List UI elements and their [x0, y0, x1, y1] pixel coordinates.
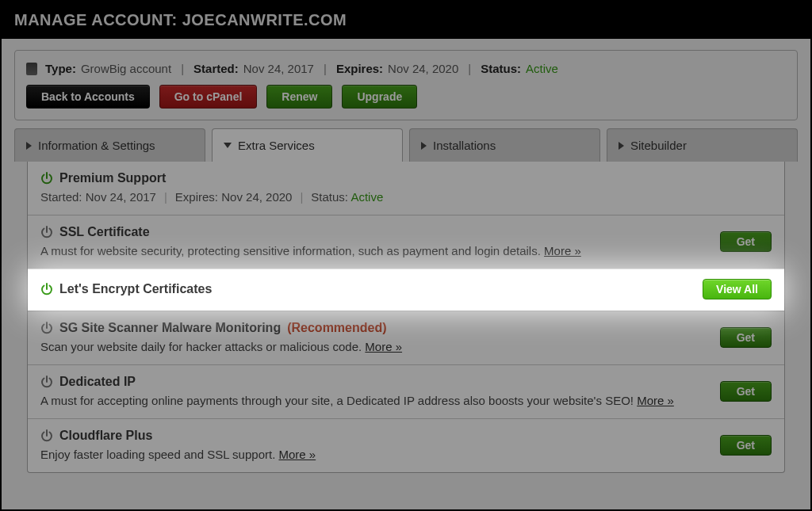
service-desc-text: A must for website security, protecting … — [40, 244, 541, 257]
go-to-cpanel-button[interactable]: Go to cPanel — [159, 85, 258, 109]
account-buttons-row: Back to Accounts Go to cPanel Renew Upgr… — [26, 85, 786, 109]
chevron-right-icon — [421, 142, 427, 150]
service-title-text: Dedicated IP — [59, 375, 136, 389]
recommended-badge: (Recommended) — [287, 321, 386, 335]
upgrade-button[interactable]: Upgrade — [342, 85, 417, 109]
status-label: Status: — [481, 62, 521, 75]
started-label: Started: — [193, 62, 239, 75]
started-value: Nov 24, 2017 — [243, 62, 314, 75]
tab-label: Installations — [433, 139, 496, 152]
tab-information-settings[interactable]: Information & Settings — [14, 128, 205, 162]
separator: | — [300, 190, 303, 204]
server-icon — [26, 63, 37, 75]
power-icon — [40, 376, 53, 388]
tab-label: Extra Services — [238, 139, 315, 152]
service-sg-site-scanner: SG Site Scanner Malware Monitoring (Reco… — [28, 311, 784, 364]
status-label: Status: — [311, 190, 348, 204]
separator: | — [468, 62, 471, 75]
service-title-text: Cloudflare Plus — [59, 429, 152, 443]
chevron-right-icon — [619, 142, 624, 150]
service-desc-text: Scan your website daily for hacker attac… — [40, 340, 362, 353]
back-to-accounts-button[interactable]: Back to Accounts — [26, 85, 150, 109]
tab-sitebuilder[interactable]: Sitebuilder — [607, 128, 798, 162]
service-title-text: SSL Certificate — [59, 225, 150, 239]
power-icon — [40, 429, 53, 442]
power-icon — [40, 172, 53, 185]
tabs: Information & Settings Extra Services In… — [14, 128, 798, 162]
expires-value: Nov 24, 2020 — [388, 62, 458, 75]
separator: | — [164, 190, 167, 204]
get-button[interactable]: Get — [720, 327, 772, 348]
get-button[interactable]: Get — [720, 381, 772, 402]
page-title: MANAGE ACCOUNT: JOECANWRITE.COM — [2, 2, 810, 39]
renew-button[interactable]: Renew — [266, 85, 332, 109]
get-button[interactable]: Get — [720, 231, 772, 252]
service-dedicated-ip: Dedicated IP A must for accepting online… — [28, 364, 784, 418]
view-all-button[interactable]: View All — [703, 279, 772, 299]
tab-extra-services[interactable]: Extra Services — [212, 128, 403, 162]
service-desc-text: Enjoy faster loading speed and SSL suppo… — [40, 448, 275, 461]
service-lets-encrypt: Let's Encrypt Certificates View All — [28, 269, 784, 311]
expires-label: Expires: — [175, 190, 218, 204]
tab-installations[interactable]: Installations — [409, 128, 600, 162]
separator: | — [324, 62, 327, 75]
power-icon — [40, 322, 53, 334]
tab-label: Information & Settings — [38, 139, 155, 152]
expires-label: Expires: — [336, 62, 383, 75]
account-info-row: Type: GrowBig account | Started: Nov 24,… — [26, 62, 786, 75]
service-title-text: Premium Support — [59, 171, 166, 185]
more-link[interactable]: More » — [365, 340, 402, 353]
status-value: Active — [350, 190, 383, 204]
chevron-right-icon — [26, 142, 32, 150]
separator: | — [181, 62, 184, 75]
premium-support-details: Started: Nov 24, 2017 | Expires: Nov 24,… — [40, 190, 772, 204]
extra-services-panel: Premium Support Started: Nov 24, 2017 | … — [27, 162, 785, 473]
type-value: GrowBig account — [81, 62, 171, 75]
service-desc-text: A must for accepting online payments thr… — [40, 394, 634, 407]
service-cloudflare-plus: Cloudflare Plus Enjoy faster loading spe… — [28, 418, 784, 472]
account-summary-card: Type: GrowBig account | Started: Nov 24,… — [14, 50, 798, 120]
service-title-text: Let's Encrypt Certificates — [59, 282, 212, 296]
power-icon — [40, 226, 53, 238]
service-ssl-certificate: SSL Certificate A must for website secur… — [28, 215, 784, 269]
power-icon — [40, 283, 53, 296]
service-premium-support: Premium Support Started: Nov 24, 2017 | … — [28, 162, 784, 215]
more-link[interactable]: More » — [544, 244, 581, 257]
started-label: Started: — [40, 190, 82, 204]
status-value: Active — [526, 62, 558, 75]
more-link[interactable]: More » — [637, 394, 674, 407]
expires-value: Nov 24, 2020 — [221, 190, 292, 204]
page-title-text: MANAGE ACCOUNT: JOECANWRITE.COM — [14, 11, 347, 29]
chevron-down-icon — [224, 143, 232, 148]
get-button[interactable]: Get — [720, 435, 772, 456]
more-link[interactable]: More » — [278, 448, 316, 461]
service-title-text: SG Site Scanner Malware Monitoring — [59, 321, 281, 335]
started-value: Nov 24, 2017 — [86, 190, 156, 204]
type-label: Type: — [45, 62, 76, 75]
tab-label: Sitebuilder — [630, 139, 687, 152]
